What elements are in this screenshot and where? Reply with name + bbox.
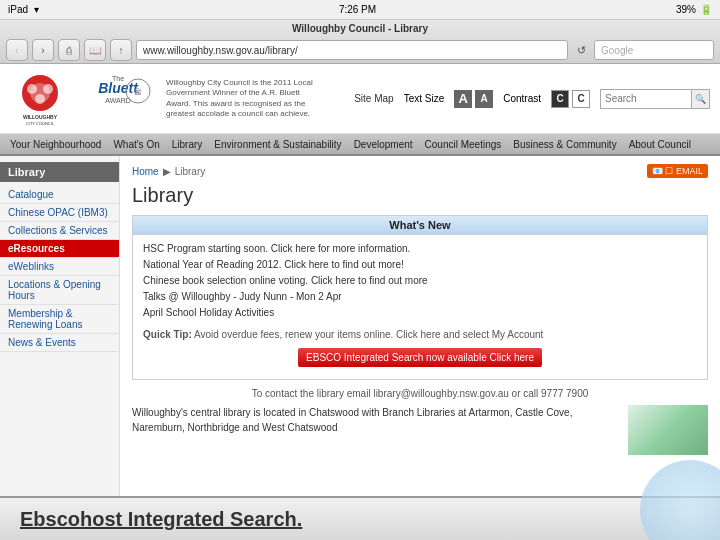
breadcrumb: Home ▶ Library 📧 ☐ EMAIL	[132, 164, 708, 178]
website-content: WILLOUGHBY CITY COUNCIL The Bluett AWARD…	[0, 64, 720, 496]
logo-area: WILLOUGHBY CITY COUNCIL The Bluett AWARD…	[10, 71, 326, 126]
sidebar: Library Catalogue Chinese OPAC (IBM3) Co…	[0, 156, 120, 496]
browser-chrome: Willoughby Council - Library ‹ › ⎙ 📖 ↑ w…	[0, 20, 720, 64]
address-bar[interactable]: www.willoughby.nsw.gov.au/library/	[136, 40, 568, 60]
news-item-5: April School Holiday Activities	[143, 305, 697, 321]
wifi-icon: ▾	[34, 4, 39, 15]
svg-text:CITY COUNCIL: CITY COUNCIL	[26, 121, 55, 126]
whats-new-box: What's New HSC Program starting soon. Cl…	[132, 215, 708, 380]
svg-point-4	[35, 94, 45, 104]
news-item-4: Talks @ Willoughby - Judy Nunn - Mon 2 A…	[143, 289, 697, 305]
news-item-3: Chinese book selection online voting. Cl…	[143, 273, 697, 289]
svg-point-2	[27, 84, 37, 94]
battery-icon: 🔋	[700, 4, 712, 15]
rss-badge[interactable]: 📧 ☐ EMAIL	[647, 164, 708, 178]
search-go-button[interactable]: 🔍	[691, 90, 709, 108]
news-item-2: National Year of Reading 2012. Click her…	[143, 257, 697, 273]
award-description: Willoughby City Council is the 2011 Loca…	[166, 78, 326, 120]
sidebar-item-membership[interactable]: Membership & Renewing Loans	[0, 305, 119, 334]
svg-text:WILLOUGHBY: WILLOUGHBY	[23, 114, 58, 120]
ebsco-button[interactable]: EBSCO Integrated Search now available Cl…	[298, 348, 542, 367]
sidebar-item-news[interactable]: News & Events	[0, 334, 119, 352]
contrast-dark-button[interactable]: C	[551, 90, 569, 108]
breadcrumb-home[interactable]: Home	[132, 166, 159, 177]
page-title: Library	[132, 184, 708, 207]
nav-library[interactable]: Library	[166, 137, 209, 152]
battery-display: 39%	[676, 4, 696, 15]
bluett-award-icon: The Bluett AWARD 🏛	[78, 71, 158, 126]
reload-icon: ↺	[577, 44, 586, 57]
nav-whats-on[interactable]: What's On	[107, 137, 165, 152]
desc-text: Willoughby's central library is located …	[132, 405, 620, 455]
reload-button[interactable]: ↺	[572, 41, 590, 59]
news-item-1: HSC Program starting soon. Click here fo…	[143, 241, 697, 257]
svg-text:🏛: 🏛	[134, 87, 142, 97]
whats-new-content: HSC Program starting soon. Click here fo…	[133, 235, 707, 379]
time-display: 7:26 PM	[339, 4, 376, 15]
nav-your-neighbourhood[interactable]: Your Neighbourhood	[4, 137, 107, 152]
sidebar-item-locations[interactable]: Locations & Opening Hours	[0, 276, 119, 305]
svg-text:AWARD: AWARD	[105, 97, 131, 104]
content-area: Library Catalogue Chinese OPAC (IBM3) Co…	[0, 156, 720, 496]
contact-info: To contact the library email library@wil…	[132, 388, 708, 399]
site-map-link[interactable]: Site Map	[354, 93, 393, 104]
contrast-light-button[interactable]: C	[572, 90, 590, 108]
browser-search-bar[interactable]: Google	[594, 40, 714, 60]
back-button[interactable]: ‹	[6, 39, 28, 61]
nav-about-council[interactable]: About Council	[623, 137, 697, 152]
council-logo-icon: WILLOUGHBY CITY COUNCIL	[10, 71, 70, 126]
library-description: Willoughby's central library is located …	[132, 405, 708, 455]
nav-environment[interactable]: Environment & Sustainability	[208, 137, 347, 152]
council-header: WILLOUGHBY CITY COUNCIL The Bluett AWARD…	[0, 64, 720, 134]
export-button[interactable]: ↑	[110, 39, 132, 61]
nav-business[interactable]: Business & Community	[507, 137, 622, 152]
text-size-label: Text Size	[404, 93, 445, 104]
bookmarks-icon: 📖	[89, 45, 101, 56]
contrast-controls: C C	[551, 90, 590, 108]
whats-new-title: What's New	[133, 216, 707, 235]
svg-point-3	[43, 84, 53, 94]
sidebar-item-chinese-opac[interactable]: Chinese OPAC (IBM3)	[0, 204, 119, 222]
contrast-label: Contrast	[503, 93, 541, 104]
share-icon: ⎙	[66, 45, 72, 56]
sidebar-item-eresources[interactable]: eResources	[0, 240, 119, 258]
nav-council-meetings[interactable]: Council Meetings	[419, 137, 508, 152]
main-content: Home ▶ Library 📧 ☐ EMAIL Library What's …	[120, 156, 720, 496]
header-search-input[interactable]	[601, 93, 691, 104]
forward-button[interactable]: ›	[32, 39, 54, 61]
library-image	[628, 405, 708, 455]
nav-development[interactable]: Development	[348, 137, 419, 152]
sidebar-item-eweblinks[interactable]: eWeblinks	[0, 258, 119, 276]
header-search[interactable]: 🔍	[600, 89, 710, 109]
quick-tip: Quick Tip: Avoid overdue fees, renew you…	[143, 327, 697, 342]
sidebar-item-catalogue[interactable]: Catalogue	[0, 186, 119, 204]
main-navigation: Your Neighbourhood What's On Library Env…	[0, 134, 720, 156]
export-icon: ↑	[119, 45, 124, 56]
device-label: iPad	[8, 4, 28, 15]
svg-text:Bluett: Bluett	[98, 80, 139, 96]
browser-title: Willoughby Council - Library	[292, 23, 428, 34]
rss-icon: 📧	[652, 166, 663, 176]
bookmarks-button[interactable]: 📖	[84, 39, 106, 61]
bottom-bar: Ebscohost Integrated Search.	[0, 496, 720, 540]
ebscohost-link[interactable]: Ebscohost Integrated Search.	[20, 508, 302, 531]
breadcrumb-separator: ▶	[163, 166, 171, 177]
status-bar: iPad ▾ 7:26 PM 39% 🔋	[0, 0, 720, 20]
header-controls: Site Map Text Size A A Contrast C C 🔍	[354, 89, 710, 109]
text-size-controls: A A	[454, 90, 493, 108]
text-small-button[interactable]: A	[475, 90, 493, 108]
sidebar-item-collections[interactable]: Collections & Services	[0, 222, 119, 240]
text-large-button[interactable]: A	[454, 90, 472, 108]
share-button[interactable]: ⎙	[58, 39, 80, 61]
sidebar-title: Library	[0, 162, 119, 182]
breadcrumb-current: Library	[175, 166, 206, 177]
